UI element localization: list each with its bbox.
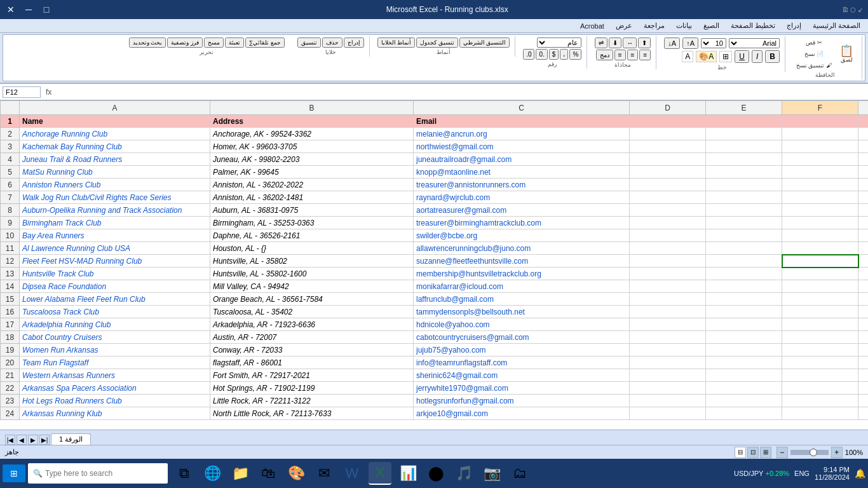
cell-d10[interactable] <box>630 229 706 242</box>
cell-address[interactable]: Juneau, AK - 99802-2203 <box>210 153 414 166</box>
menu-review[interactable]: مراجعة <box>639 20 670 31</box>
cell-g11[interactable] <box>858 242 869 255</box>
cell-name[interactable]: Fleet Feet HSV-MAD Running Club <box>20 255 210 268</box>
cell-address[interactable]: flagstaff, AR - 86001 <box>210 356 414 369</box>
cell-f17[interactable] <box>782 318 858 331</box>
cell-d16[interactable] <box>630 306 706 318</box>
store-icon[interactable]: 🛍 <box>257 462 280 485</box>
cell-name[interactable]: Western Arkansas Runners <box>20 369 210 382</box>
edge-icon[interactable]: 🌐 <box>201 462 224 485</box>
cell-address[interactable]: Anniston, AL - 36202-1481 <box>210 191 414 204</box>
cell-email[interactable]: hdnicole@yahoo.com <box>414 318 630 331</box>
cell-e21[interactable] <box>706 369 782 382</box>
cell-g24[interactable] <box>858 407 869 420</box>
merge-btn[interactable]: دمج <box>596 50 613 60</box>
cell-e17[interactable] <box>706 318 782 331</box>
title-bar-controls-left[interactable]: ✕ ─ □ <box>5 4 52 15</box>
cell-f22[interactable] <box>782 382 858 395</box>
cell-email[interactable]: cabotcountrycruisers@gmail.com <box>414 331 630 344</box>
cell-name[interactable]: Auburn-Opelika Running and Track Associa… <box>20 204 210 217</box>
col-header-d[interactable]: D <box>630 101 706 115</box>
cell-d21[interactable] <box>630 369 706 382</box>
cell-f13[interactable] <box>782 268 858 280</box>
align-bottom-btn[interactable]: ⬇ <box>609 37 621 48</box>
border-btn[interactable]: ⊞ <box>719 51 732 62</box>
cell-g18[interactable] <box>858 331 869 344</box>
cell-name[interactable]: Dipsea Race Foundation <box>20 280 210 293</box>
cell-f1[interactable] <box>782 115 858 128</box>
cell-e1[interactable] <box>706 115 782 128</box>
cell-name[interactable]: Al Lawrence Running Club USA <box>20 242 210 255</box>
menu-data[interactable]: بيانات <box>671 20 697 31</box>
font-family-select[interactable]: Arial <box>729 38 780 48</box>
col-header-a[interactable]: A <box>20 101 210 115</box>
cell-address[interactable]: Houston, AL - {} <box>210 242 414 255</box>
cell-e11[interactable] <box>706 242 782 255</box>
cell-name[interactable]: Walk Jog Run Club/Civil Rights Race Seri… <box>20 191 210 204</box>
cell-g5[interactable] <box>858 166 869 179</box>
cell-e3[interactable] <box>706 140 782 153</box>
currency-btn[interactable]: $ <box>549 49 559 60</box>
font-color-btn[interactable]: A <box>682 51 693 62</box>
cell-e8[interactable] <box>706 204 782 217</box>
cell-g1[interactable] <box>858 115 869 128</box>
sheet-tab-1[interactable]: الورقة 1 <box>51 433 91 445</box>
align-middle-btn[interactable]: ↔ <box>623 37 637 48</box>
cell-email[interactable]: raynard@wjrclub.com <box>414 191 630 204</box>
cell-d3[interactable] <box>630 140 706 153</box>
page-layout-btn[interactable]: ⊡ <box>747 447 759 458</box>
cell-address[interactable]: Arkadelphia, AR - 71923-6636 <box>210 318 414 331</box>
cell-f21[interactable] <box>782 369 858 382</box>
cell-g17[interactable] <box>858 318 869 331</box>
cell-e14[interactable] <box>706 280 782 293</box>
zoom-slider[interactable] <box>790 450 829 455</box>
cell-e12[interactable] <box>706 255 782 268</box>
cell-address[interactable]: Little Rock, AR - 72211-3122 <box>210 395 414 407</box>
cell-email[interactable]: aortatreasurer@gmail.com <box>414 204 630 217</box>
cell-name[interactable]: Women Run Arkansas <box>20 344 210 356</box>
chrome-icon[interactable]: ⬤ <box>424 462 447 485</box>
cell-email[interactable]: sherinic624@gmail.com <box>414 369 630 382</box>
cell-g21[interactable] <box>858 369 869 382</box>
align-center-btn[interactable]: ≡ <box>627 50 639 60</box>
cell-d22[interactable] <box>630 382 706 395</box>
cell-name[interactable]: Juneau Trail & Road Runners <box>20 153 210 166</box>
cell-email[interactable]: hotlegsrunforfun@gmail.com <box>414 395 630 407</box>
cell-name[interactable]: MatSu Running Club <box>20 166 210 179</box>
cell-g22[interactable] <box>858 382 869 395</box>
cell-d18[interactable] <box>630 331 706 344</box>
col-header-g[interactable]: G <box>858 101 869 115</box>
cell-address[interactable]: Fort Smith, AR - 72917-2021 <box>210 369 414 382</box>
cell-e24[interactable] <box>706 407 782 420</box>
paint-icon[interactable]: 🎨 <box>285 462 308 485</box>
cell-b1[interactable]: Address <box>210 115 414 128</box>
cell-g6[interactable] <box>858 179 869 191</box>
cell-address[interactable]: Orange Beach, AL - 36561-7584 <box>210 293 414 306</box>
cell-email[interactable]: arkjoe10@gmail.com <box>414 407 630 420</box>
cell-name[interactable]: Cabot Country Cruisers <box>20 331 210 344</box>
cell-address[interactable]: Tuscaloosa, AL - 35402 <box>210 306 414 318</box>
cell-g16[interactable] <box>858 306 869 318</box>
cell-f3[interactable] <box>782 140 858 153</box>
table-format-btn[interactable]: تنسيق كجدول <box>416 37 458 48</box>
cell-name[interactable]: Arkansas Running Klub <box>20 407 210 420</box>
cell-name[interactable]: Birmingham Track Club <box>20 217 210 229</box>
cell-address[interactable]: Auburn, AL - 36831-0975 <box>210 204 414 217</box>
cell-name[interactable]: Lower Alabama Fleet Feet Run Club <box>20 293 210 306</box>
col-header-c[interactable]: C <box>414 101 630 115</box>
cell-address[interactable]: Homer, AK - 99603-3705 <box>210 140 414 153</box>
files-icon[interactable]: 🗂 <box>508 462 531 485</box>
bold-btn[interactable]: B <box>765 50 780 63</box>
cell-f9[interactable] <box>782 217 858 229</box>
cell-address[interactable]: Huntsville, AL - 35802-1600 <box>210 268 414 280</box>
cell-g14[interactable] <box>858 280 869 293</box>
cell-e13[interactable] <box>706 268 782 280</box>
cell-e18[interactable] <box>706 331 782 344</box>
cell-d6[interactable] <box>630 179 706 191</box>
file-explorer-icon[interactable]: 📁 <box>229 462 252 485</box>
cell-d17[interactable] <box>630 318 706 331</box>
close-btn[interactable]: ✕ <box>5 4 17 15</box>
cell-g13[interactable] <box>858 268 869 280</box>
copy-btn[interactable]: 📄 نسخ <box>793 49 835 59</box>
col-header-b[interactable]: B <box>210 101 414 115</box>
